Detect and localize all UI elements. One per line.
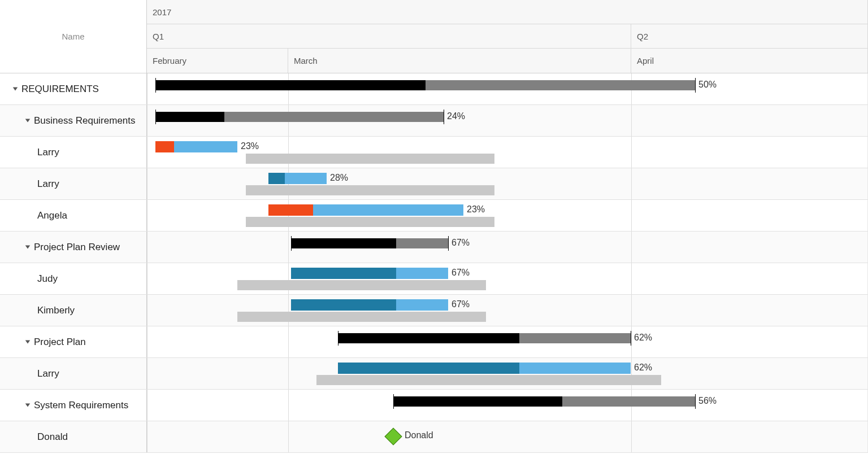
baseline-bar [237,312,486,322]
task-label: Larry [37,178,59,190]
timeline-header: 2017 Q1 Q2 February March April [147,0,868,73]
task-label: System Requirements [34,400,128,411]
expander-icon[interactable] [13,88,18,91]
task-label: Larry [37,147,59,158]
row-timeline: 62% [147,326,868,357]
row-timeline: 67% [147,232,868,263]
baseline-bar [316,375,661,385]
gantt-row: Larry62% [0,358,868,390]
task-label: Judy [37,273,58,285]
task-label: Kimberly [37,305,75,316]
task-name-cell[interactable]: Larry [0,358,147,389]
progress-label: 67% [452,299,470,309]
task-name-cell[interactable]: REQUIREMENTS [0,73,147,104]
progress-label: 28% [330,173,348,183]
task-progress [291,299,396,311]
task-name-cell[interactable]: Project Plan [0,326,147,357]
task-name-cell[interactable]: Kimberly [0,295,147,326]
progress-label: 50% [698,80,717,90]
expander-icon[interactable] [25,340,31,344]
row-timeline: 67% [147,295,868,326]
progress-label: 24% [447,111,465,121]
summary-progress [338,333,519,343]
milestone-icon[interactable] [384,427,402,445]
summary-progress [393,396,562,407]
progress-label: 56% [698,396,717,406]
task-label: Project Plan [34,337,86,348]
gantt-row: Project Plan Review67% [0,232,868,263]
task-name-cell[interactable]: Project Plan Review [0,232,147,263]
summary-progress [155,112,224,122]
month-cell-apr: April [631,49,868,73]
task-label: REQUIREMENTS [21,84,99,95]
gantt-row: Kimberly67% [0,295,868,326]
progress-label: 67% [452,268,470,278]
progress-label: 23% [467,204,485,215]
task-label: Angela [37,210,67,221]
month-cell-feb: February [147,49,288,73]
summary-progress [155,80,426,90]
task-name-cell[interactable]: Larry [0,168,147,199]
task-name-cell[interactable]: Business Requirements [0,105,147,136]
row-timeline: 67% [147,263,868,294]
task-label: Business Requirements [34,115,136,126]
expander-icon[interactable] [25,404,31,407]
row-timeline: Donald [147,421,868,452]
progress-label: 62% [634,363,652,373]
task-name-cell[interactable]: Donald [0,421,147,452]
year-cell: 2017 [147,0,868,24]
row-timeline: 56% [147,390,868,421]
task-progress [338,363,519,374]
baseline-bar [246,154,494,164]
quarter-cell-q2: Q2 [631,24,868,48]
row-timeline: 23% [147,137,868,168]
gantt-row: Judy67% [0,263,868,295]
progress-label: 62% [634,333,652,343]
progress-label: 67% [452,238,470,248]
baseline-bar [246,185,494,195]
row-timeline: 28% [147,168,868,199]
task-late-segment [268,204,313,216]
task-label: Donald [37,431,68,443]
gantt-container: Name 2017 Q1 Q2 February March April REQ… [0,0,868,454]
progress-label: 23% [241,141,259,151]
gantt-rows: REQUIREMENTS50%Business Requirements24%L… [0,73,868,453]
gantt-row: Larry23% [0,137,868,168]
task-name-cell[interactable]: Judy [0,263,147,294]
task-label: Project Plan Review [34,242,120,253]
task-label: Larry [37,368,59,379]
expander-icon[interactable] [25,119,31,123]
row-timeline: 23% [147,200,868,231]
month-cell-mar: March [288,49,631,73]
gantt-row: System Requirements56% [0,390,868,421]
gantt-row: Business Requirements24% [0,105,868,137]
task-progress [268,173,285,184]
baseline-bar [246,217,494,227]
row-timeline: 50% [147,73,868,104]
expander-icon[interactable] [25,246,31,249]
gantt-row: REQUIREMENTS50% [0,73,868,105]
name-column-header: Name [0,0,147,73]
gantt-row: Larry28% [0,168,868,200]
task-late-segment [155,141,174,152]
gantt-row: DonaldDonald [0,421,868,453]
quarter-cell-q1: Q1 [147,24,631,48]
milestone-label: Donald [405,430,433,440]
gantt-row: Angela23% [0,200,868,232]
task-progress [291,268,396,279]
task-name-cell[interactable]: Angela [0,200,147,231]
summary-progress [291,238,396,248]
row-timeline: 62% [147,358,868,389]
gantt-row: Project Plan62% [0,326,868,358]
baseline-bar [237,280,486,290]
row-timeline: 24% [147,105,868,136]
name-header-label: Name [62,32,84,41]
task-name-cell[interactable]: System Requirements [0,390,147,421]
task-name-cell[interactable]: Larry [0,137,147,168]
